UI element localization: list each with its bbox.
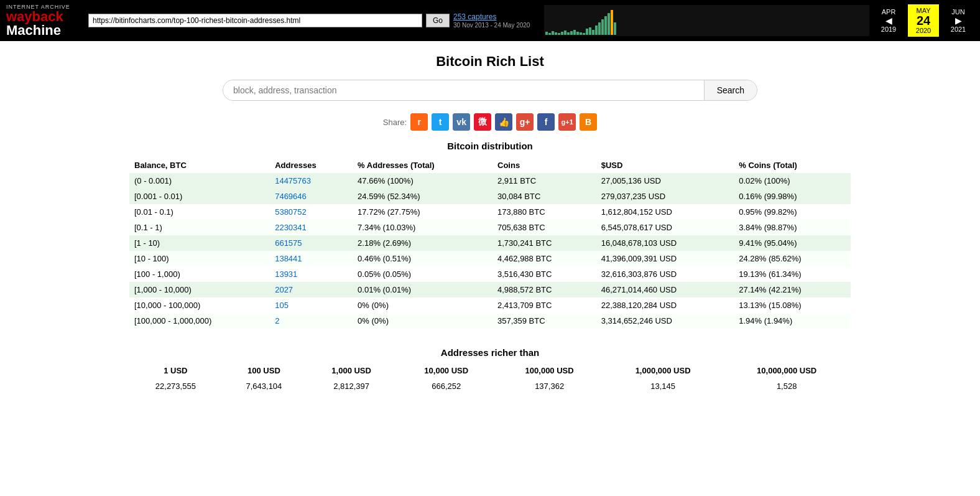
cell-pct-addresses: 47.66% (100%)	[353, 173, 492, 189]
t-bar	[576, 32, 579, 35]
cell-coins: 705,638 BTC	[492, 220, 596, 235]
share-label: Share:	[383, 118, 407, 127]
richer-value-cell: 137,362	[496, 378, 603, 394]
vk-icon[interactable]: vk	[453, 113, 470, 131]
cell-balance: [0.1 - 1)	[129, 220, 270, 235]
cell-pct-coins: 3.84% (98.87%)	[734, 220, 851, 235]
cell-usd: 6,545,078,617 USD	[596, 220, 734, 235]
cell-pct-addresses: 0.05% (0.05%)	[353, 266, 492, 282]
weibo-icon[interactable]: 微	[474, 113, 491, 131]
cell-pct-addresses: 0.46% (0.51%)	[353, 251, 492, 266]
cell-usd: 3,314,652,246 USD	[596, 313, 734, 329]
cell-addresses[interactable]: 661575	[270, 235, 353, 251]
go-button[interactable]: Go	[426, 14, 450, 27]
t-bar	[604, 16, 607, 35]
cell-usd: 22,388,120,284 USD	[596, 297, 734, 313]
cell-coins: 3,516,430 BTC	[492, 266, 596, 282]
cell-pct-addresses: 17.72% (27.75%)	[353, 204, 492, 220]
table-row: [0.001 - 0.01) 7469646 24.59% (52.34%) 3…	[129, 189, 851, 204]
richer-values-row: 22,273,5557,643,1042,812,397666,252137,3…	[129, 378, 851, 394]
table-row: [1 - 10) 661575 2.18% (2.69%) 1,730,241 …	[129, 235, 851, 251]
search-button[interactable]: Search	[704, 80, 757, 100]
blogger-icon[interactable]: B	[580, 113, 597, 131]
page-title: Bitcoin Rich List	[129, 54, 851, 70]
main-content: Bitcoin Rich List Search Share: r t vk 微…	[117, 41, 863, 406]
cell-balance: [1,000 - 10,000)	[129, 282, 270, 297]
richer-header-cell: 10,000 USD	[397, 363, 496, 378]
cell-pct-coins: 27.14% (42.21%)	[734, 282, 851, 297]
richer-header-cell: 1 USD	[129, 363, 222, 378]
cell-pct-addresses: 2.18% (2.69%)	[353, 235, 492, 251]
timeline-bars-visual	[544, 5, 869, 36]
cell-coins: 2,911 BTC	[492, 173, 596, 189]
cell-coins: 1,730,241 BTC	[492, 235, 596, 251]
richer-header-cell: 1,000,000 USD	[603, 363, 723, 378]
col-addresses: Addresses	[270, 157, 353, 173]
cell-addresses[interactable]: 2	[270, 313, 353, 329]
richer-value-cell: 7,643,104	[222, 378, 306, 394]
table-row: (0 - 0.001) 14475763 47.66% (100%) 2,911…	[129, 173, 851, 189]
table-row: [100,000 - 1,000,000) 2 0% (0%) 357,359 …	[129, 313, 851, 329]
cell-addresses[interactable]: 2230341	[270, 220, 353, 235]
richer-value-cell: 22,273,555	[129, 378, 222, 394]
gplus2-icon[interactable]: g+1	[558, 113, 576, 131]
cell-usd: 16,048,678,103 USD	[596, 235, 734, 251]
t-bar	[545, 32, 548, 35]
prev-arrow[interactable]: ◀	[885, 16, 892, 26]
table-row: [0.01 - 0.1) 5380752 17.72% (27.75%) 173…	[129, 204, 851, 220]
cell-addresses[interactable]: 13931	[270, 266, 353, 282]
cell-balance: [10 - 100)	[129, 251, 270, 266]
facebook-icon[interactable]: f	[537, 113, 555, 131]
url-input[interactable]	[88, 14, 422, 27]
table-row: [0.1 - 1) 2230341 7.34% (10.03%) 705,638…	[129, 220, 851, 235]
cell-addresses[interactable]: 105	[270, 297, 353, 313]
captures-link[interactable]: 253 captures	[453, 12, 540, 21]
richer-title: Addresses richer than	[129, 347, 851, 358]
col-usd: $USD	[596, 157, 734, 173]
t-bar	[558, 33, 560, 35]
t-bar	[567, 32, 570, 35]
cell-balance: [0.001 - 0.01)	[129, 189, 270, 204]
cell-pct-coins: 24.28% (85.62%)	[734, 251, 851, 266]
url-bar-area: Go 253 captures 30 Nov 2013 - 24 May 202…	[88, 4, 974, 37]
share-row: Share: r t vk 微 👍 g+ f g+1 B	[129, 113, 851, 131]
cell-balance: [10,000 - 100,000)	[129, 297, 270, 313]
distribution-table: Balance, BTC Addresses % Addresses (Tota…	[129, 157, 851, 329]
twitter-icon[interactable]: t	[432, 113, 449, 131]
cell-addresses[interactable]: 5380752	[270, 204, 353, 220]
cell-addresses[interactable]: 14475763	[270, 173, 353, 189]
search-input[interactable]	[223, 80, 704, 100]
cell-usd: 41,396,009,391 USD	[596, 251, 734, 266]
t-bar	[586, 29, 588, 35]
cell-coins: 30,084 BTC	[492, 189, 596, 204]
cell-balance: [100 - 1,000)	[129, 266, 270, 282]
t-bar	[561, 32, 563, 35]
col-pct-coins: % Coins (Total)	[734, 157, 851, 173]
cell-coins: 173,880 BTC	[492, 204, 596, 220]
gplus-icon[interactable]: g+	[516, 113, 534, 131]
cell-addresses[interactable]: 7469646	[270, 189, 353, 204]
machine-text: Machine	[6, 22, 61, 38]
reddit-icon[interactable]: r	[410, 113, 428, 131]
table-row: [10,000 - 100,000) 105 0% (0%) 2,413,709…	[129, 297, 851, 313]
like-icon[interactable]: 👍	[495, 113, 512, 131]
cell-pct-addresses: 7.34% (10.03%)	[353, 220, 492, 235]
richer-value-cell: 13,145	[603, 378, 723, 394]
t-bar	[583, 33, 585, 35]
timeline-bar	[544, 5, 869, 36]
t-bar	[573, 30, 576, 35]
cell-addresses[interactable]: 2027	[270, 282, 353, 297]
cell-pct-coins: 0.95% (99.82%)	[734, 204, 851, 220]
t-bar	[614, 22, 616, 35]
richer-header-row: 1 USD100 USD1,000 USD10,000 USD100,000 U…	[129, 363, 851, 378]
current-day: 24	[917, 14, 930, 27]
cell-pct-coins: 9.41% (95.04%)	[734, 235, 851, 251]
richer-header-cell: 1,000 USD	[306, 363, 397, 378]
t-bar	[555, 32, 557, 35]
cell-pct-coins: 0.02% (100%)	[734, 173, 851, 189]
richer-header-cell: 100 USD	[222, 363, 306, 378]
next-arrow[interactable]: ▶	[955, 16, 962, 26]
cell-coins: 4,462,988 BTC	[492, 251, 596, 266]
col-pct-addresses: % Addresses (Total)	[353, 157, 492, 173]
cell-addresses[interactable]: 138441	[270, 251, 353, 266]
